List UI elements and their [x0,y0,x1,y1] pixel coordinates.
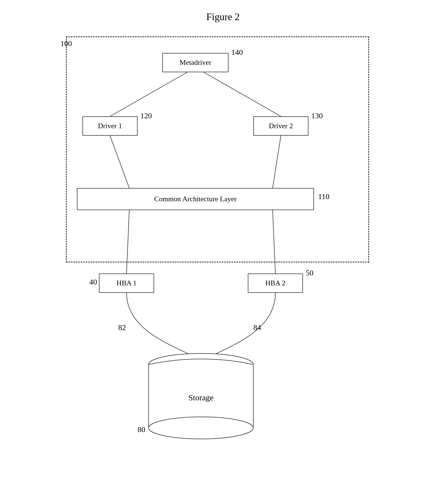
label-40: 40 [89,278,97,286]
hba2-box: HBA 2 [248,274,303,293]
label-82: 82 [118,323,126,332]
svg-point-6 [149,353,253,376]
label-84: 84 [253,323,261,332]
label-130: 130 [311,111,323,120]
driver2-box: Driver 2 [253,116,308,136]
label-50: 50 [306,269,313,277]
label-140: 140 [231,48,243,57]
metadriver-box: Metadriver [162,53,229,72]
label-120: 120 [140,111,152,120]
svg-rect-7 [149,364,253,428]
hba1-box: HBA 1 [99,274,154,293]
label-80: 80 [138,425,145,434]
svg-point-10 [149,417,253,439]
label-110: 110 [318,192,329,201]
svg-text:Storage: Storage [188,393,214,402]
label-100: 100 [60,39,72,48]
figure-title: Figure 2 [0,0,446,23]
cal-box: Common Architecture Layer [77,188,314,210]
driver1-box: Driver 1 [82,116,138,136]
